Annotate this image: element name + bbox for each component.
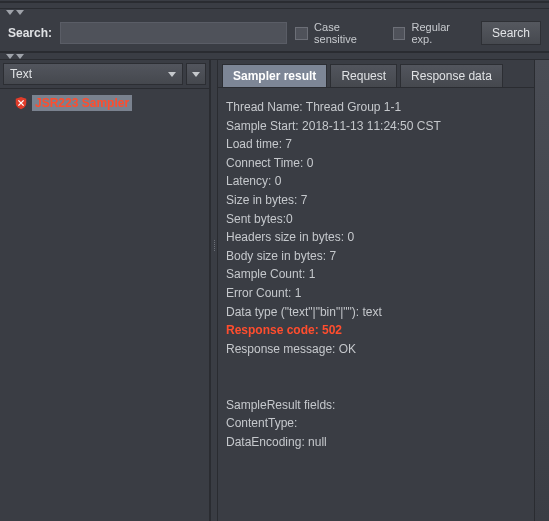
result-details[interactable]: Thread Name: Thread Group 1-1Sample Star… xyxy=(218,88,534,521)
expand-collapse-icon[interactable] xyxy=(0,52,549,59)
main-split: Text JSR223 Sampler Sampler result Reque… xyxy=(0,59,549,521)
checkbox-icon xyxy=(393,27,406,40)
result-line: Load time: 7 xyxy=(226,135,526,154)
search-label: Search: xyxy=(8,26,52,40)
result-line: SampleResult fields: xyxy=(226,396,526,415)
filter-options-button[interactable] xyxy=(186,63,206,85)
search-button[interactable]: Search xyxy=(481,21,541,45)
combo-value: Text xyxy=(10,67,32,81)
search-bar: Search: Case sensitive Regular exp. Sear… xyxy=(0,15,549,52)
display-mode-combo[interactable]: Text xyxy=(3,63,183,85)
result-line: Sample Count: 1 xyxy=(226,265,526,284)
tab-response-data[interactable]: Response data xyxy=(400,64,503,87)
regular-exp-label: Regular exp. xyxy=(411,21,473,45)
result-line: Connect Time: 0 xyxy=(226,154,526,173)
result-line: Sample Start: 2018-11-13 11:24:50 CST xyxy=(226,117,526,136)
search-input[interactable] xyxy=(60,22,287,44)
right-panel: Sampler result Request Response data Thr… xyxy=(218,60,534,521)
results-tree[interactable]: JSR223 Sampler xyxy=(0,89,209,521)
result-line: Latency: 0 xyxy=(226,172,526,191)
result-line: Size in bytes: 7 xyxy=(226,191,526,210)
tab-sampler-result[interactable]: Sampler result xyxy=(222,64,327,87)
result-line: Response message: OK xyxy=(226,340,526,359)
chevron-down-icon xyxy=(192,72,200,77)
result-line: Data type ("text"|"bin"|""): text xyxy=(226,303,526,322)
tab-request[interactable]: Request xyxy=(330,64,397,87)
result-line: Headers size in bytes: 0 xyxy=(226,228,526,247)
result-line: Body size in bytes: 7 xyxy=(226,247,526,266)
regular-exp-option[interactable]: Regular exp. xyxy=(393,21,473,45)
case-sensitive-option[interactable]: Case sensitive xyxy=(295,21,384,45)
chevron-down-icon xyxy=(168,72,176,77)
split-drag-handle[interactable] xyxy=(210,60,218,521)
result-line: Error Count: 1 xyxy=(226,284,526,303)
result-line xyxy=(226,358,526,377)
result-line: Thread Name: Thread Group 1-1 xyxy=(226,98,526,117)
result-line xyxy=(226,377,526,396)
result-line: Sent bytes:0 xyxy=(226,210,526,229)
tabs: Sampler result Request Response data xyxy=(218,60,534,88)
left-panel: Text JSR223 Sampler xyxy=(0,60,210,521)
case-sensitive-label: Case sensitive xyxy=(314,21,385,45)
result-line: DataEncoding: null xyxy=(226,433,526,452)
tree-item[interactable]: JSR223 Sampler xyxy=(0,91,209,115)
tree-item-label: JSR223 Sampler xyxy=(32,95,132,111)
result-line: ContentType: xyxy=(226,414,526,433)
error-shield-icon xyxy=(14,96,28,110)
filter-row: Text xyxy=(0,60,209,89)
vertical-scrollbar[interactable] xyxy=(534,60,549,521)
result-line: Response code: 502 xyxy=(226,321,526,340)
checkbox-icon xyxy=(295,27,308,40)
